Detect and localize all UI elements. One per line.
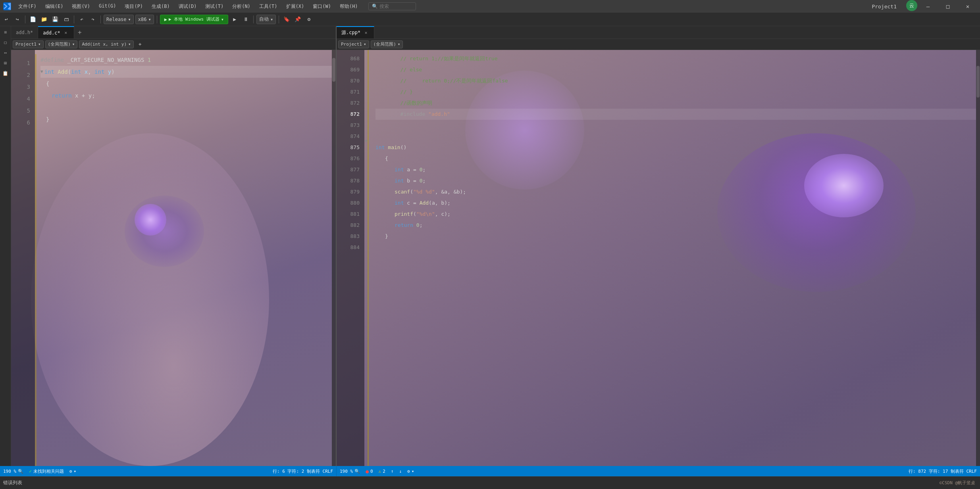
- close-button[interactable]: ✕: [959, 0, 977, 13]
- right-line-numbers: 868 869 870 871 872 872 873 874 875 876 …: [337, 50, 364, 466]
- step-over-button[interactable]: ▶: [230, 15, 239, 24]
- left-line-numbers: 1 2 3 4 5 6: [11, 50, 35, 466]
- scroll-up-button[interactable]: ↑: [391, 469, 394, 474]
- sidebar-icon-1[interactable]: ≡: [1, 28, 10, 36]
- new-file-button[interactable]: 📄: [28, 15, 38, 24]
- save-button[interactable]: 💾: [50, 15, 60, 24]
- left-add-scope-button[interactable]: +: [135, 40, 145, 49]
- tab-source-cpp-close[interactable]: ✕: [363, 30, 369, 36]
- tab-add-h[interactable]: add.h*: [11, 26, 38, 39]
- save-all-button[interactable]: 🗃: [62, 15, 71, 24]
- tab-source-cpp[interactable]: 源.cpp* ✕: [337, 26, 374, 39]
- redo2-button[interactable]: ↷: [88, 15, 98, 24]
- auto-dropdown[interactable]: 自动 ▾: [256, 15, 276, 24]
- menu-project[interactable]: 项目(P): [121, 2, 147, 12]
- menu-debug[interactable]: 调试(D): [175, 2, 201, 12]
- search-bar[interactable]: 🔍: [368, 2, 416, 10]
- zoom-left[interactable]: 190 % 🔍: [3, 469, 23, 474]
- left-code-editor[interactable]: 1 2 3 4 5 6 #define _CRT_SECUR: [11, 50, 336, 466]
- right-code-line-871: // }: [375, 86, 976, 98]
- right-code-line-872b: #include "add.h": [375, 109, 976, 120]
- left-editor-pane: add.h* add.c* ✕ + Project1 ▾ (全局范围) ▾: [11, 26, 337, 466]
- right-code-line-881: printf("%d\n", c);: [375, 209, 976, 220]
- right-code-line-870: // return 0;//不是闰年就返回false: [375, 75, 976, 86]
- code-line-6: }: [40, 113, 332, 125]
- right-scrollbar-thumb[interactable]: [976, 66, 980, 98]
- right-code-line-868: // return 1;//如果是闰年就返回true: [375, 53, 976, 64]
- left-sidebar: ≡ ◻ ↔ ⊞ 📋: [0, 26, 11, 466]
- left-row-info: 行: 6 字符: 2 制表符 CRLF: [273, 468, 333, 474]
- right-code-line-869: // else: [375, 64, 976, 75]
- right-code-editor[interactable]: 868 869 870 871 872 872 873 874 875 876 …: [337, 50, 980, 466]
- menu-window[interactable]: 窗口(W): [309, 2, 335, 12]
- redo-button[interactable]: ↪: [13, 15, 22, 24]
- sidebar-icon-4[interactable]: ⊞: [1, 59, 10, 67]
- project-name: Project1: [872, 4, 897, 10]
- open-file-button[interactable]: 📁: [39, 15, 49, 24]
- undo2-button[interactable]: ↶: [77, 15, 87, 24]
- tab-add-c[interactable]: add.c* ✕: [38, 26, 74, 39]
- bookmark-button[interactable]: 🔖: [282, 15, 291, 24]
- right-code-line-874: [375, 131, 976, 142]
- menu-file[interactable]: 文件(F): [14, 2, 40, 12]
- minimize-button[interactable]: —: [919, 0, 937, 13]
- left-scrollbar[interactable]: [332, 50, 336, 466]
- right-scope-dropdown[interactable]: (全局范围) ▾: [371, 40, 403, 48]
- start-debug-button[interactable]: ▶ ▶ 本地 Windows 调试器 ▾: [160, 15, 228, 24]
- maximize-button[interactable]: □: [939, 0, 957, 13]
- scroll-down-button[interactable]: ↓: [399, 469, 402, 474]
- menu-extensions[interactable]: 扩展(X): [282, 2, 308, 12]
- menu-build[interactable]: 生成(B): [148, 2, 174, 12]
- code-line-1: #define _CRT_SECURE_NO_WARNINGS 1: [40, 54, 332, 66]
- menu-analyze[interactable]: 分析(N): [228, 2, 254, 12]
- sidebar-icon-5[interactable]: 📋: [1, 69, 10, 78]
- right-code-line-882: return 0;: [375, 220, 976, 231]
- code-line-2: ▼ int Add ( int x , int y ): [40, 66, 332, 78]
- intellisense-left[interactable]: ⚙ ▾: [69, 469, 76, 474]
- pin-button[interactable]: 📌: [293, 15, 302, 24]
- app-logo: [3, 2, 11, 10]
- right-code-line-876: {: [375, 153, 976, 164]
- sidebar-icon-2[interactable]: ◻: [1, 38, 10, 47]
- right-code-line-872a: //函数的声明: [375, 98, 976, 109]
- search-input[interactable]: [379, 4, 412, 9]
- menu-git[interactable]: Git(G): [95, 2, 120, 12]
- right-project-dropdown[interactable]: Project1 ▾: [338, 40, 369, 48]
- zoom-right[interactable]: 190 % 🔍: [340, 469, 360, 474]
- right-code-line-875: int main (): [375, 142, 976, 153]
- right-scrollbar[interactable]: [976, 50, 980, 466]
- window-controls: 云 — □ ✕: [906, 0, 977, 13]
- pause-button[interactable]: ⏸: [241, 15, 250, 24]
- error-list-label[interactable]: 错误列表: [3, 479, 22, 486]
- csdn-watermark: ©CSDN @帆子竖桌: [940, 480, 975, 486]
- new-tab-button[interactable]: +: [74, 26, 85, 39]
- menu-test[interactable]: 测试(T): [201, 2, 227, 12]
- menu-view[interactable]: 视图(V): [68, 2, 94, 12]
- right-code-line-878: int b = 0;: [375, 175, 976, 186]
- right-code-line-877: int a = 0;: [375, 164, 976, 175]
- undo-button[interactable]: ↩: [2, 15, 11, 24]
- menu-help[interactable]: 帮助(H): [336, 2, 362, 12]
- platform-dropdown[interactable]: x86 ▾: [135, 15, 154, 24]
- no-issues-indicator: ✓ 未找到相关问题: [29, 468, 64, 474]
- user-avatar[interactable]: 云: [906, 0, 917, 11]
- right-code-text: // return 1;//如果是闰年就返回true // else // re…: [372, 50, 976, 466]
- left-function-dropdown[interactable]: Add(int x, int y) ▾: [79, 40, 133, 48]
- tab-add-c-close[interactable]: ✕: [63, 30, 69, 36]
- menu-edit[interactable]: 编辑(E): [41, 2, 67, 12]
- right-editor-toolbar: Project1 ▾ (全局范围) ▾: [337, 39, 980, 50]
- toolbar-separator-6: [279, 15, 279, 23]
- left-scope-dropdown[interactable]: (全局范围) ▾: [45, 40, 78, 48]
- toolbar-separator-2: [74, 15, 74, 23]
- left-project-dropdown[interactable]: Project1 ▾: [13, 40, 44, 48]
- right-code-line-880: int c = Add(a, b);: [375, 198, 976, 209]
- left-scrollbar-thumb[interactable]: [332, 58, 335, 82]
- code-line-4: return x + y;: [40, 90, 332, 102]
- settings-button[interactable]: ⚙: [304, 15, 314, 24]
- sidebar-icon-3[interactable]: ↔: [1, 48, 10, 57]
- toolbar-separator-3: [100, 15, 101, 23]
- build-config-dropdown[interactable]: Release ▾: [104, 15, 134, 24]
- menu-tools[interactable]: 工具(T): [255, 2, 281, 12]
- intellisense-right[interactable]: ⚙ ▾: [407, 469, 414, 474]
- code-line-3: {: [40, 78, 332, 90]
